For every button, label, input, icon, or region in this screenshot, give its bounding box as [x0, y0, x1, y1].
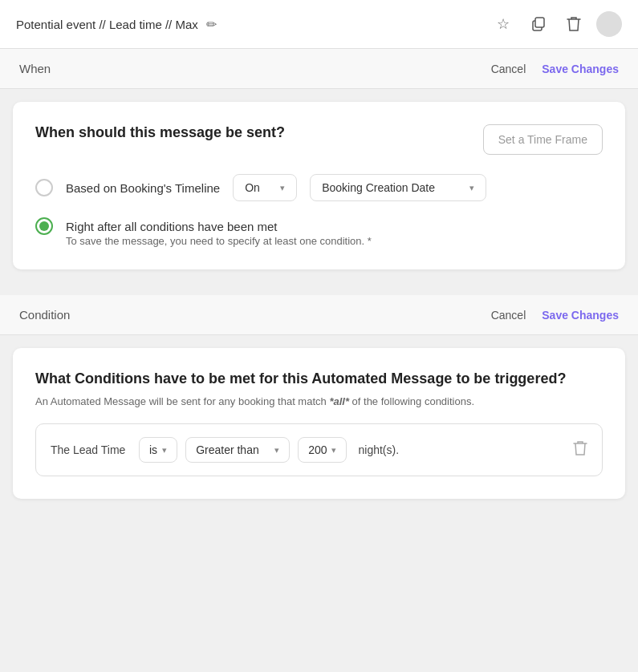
condition-field-label: The Lead Time	[51, 443, 131, 456]
condition-actions: Cancel Save Changes	[491, 309, 619, 322]
value-dropdown[interactable]: 200 ▾	[298, 437, 347, 463]
condition-row: The Lead Time is ▾ Greater than ▾ 200 ▾ …	[35, 423, 603, 476]
top-bar-icons: ☆	[490, 11, 622, 37]
nights-label: night(s).	[358, 443, 399, 456]
condition-value: 200	[308, 443, 327, 456]
when-save-button[interactable]: Save Changes	[542, 63, 619, 75]
condition-subtitle-bold: *all*	[329, 395, 349, 407]
star-icon[interactable]: ☆	[490, 11, 516, 37]
greater-than-dropdown[interactable]: Greater than ▾	[185, 437, 290, 463]
on-dropdown-chevron: ▾	[280, 183, 285, 193]
when-cancel-button[interactable]: Cancel	[491, 63, 526, 75]
option2-radio[interactable]	[35, 217, 53, 235]
option2-row: Right after all conditions have been met	[35, 217, 603, 235]
when-card: When should this message be sent? Set a …	[13, 102, 625, 269]
edit-icon[interactable]: ✏	[206, 17, 217, 32]
condition-subtitle: An Automated Message will be sent for an…	[35, 395, 603, 407]
set-timeframe-button[interactable]: Set a Time Frame	[483, 124, 603, 155]
is-value: is	[149, 443, 157, 456]
condition-save-button[interactable]: Save Changes	[542, 309, 619, 322]
condition-card: What Conditions have to be met for this …	[13, 348, 625, 499]
value-chevron: ▾	[331, 445, 336, 455]
when-section-bar: When Cancel Save Changes	[0, 49, 638, 89]
warning-text: To save the message, you need to specify…	[66, 235, 603, 247]
condition-card-title: What Conditions have to be met for this …	[35, 370, 603, 387]
condition-subtitle-suffix: of the following conditions.	[349, 395, 474, 407]
option2-label: Right after all conditions have been met	[66, 220, 278, 233]
greater-than-chevron: ▾	[274, 445, 279, 455]
svg-rect-1	[535, 18, 544, 27]
trash-icon[interactable]	[561, 11, 587, 37]
option1-label: Based on Booking's Timeline	[66, 181, 220, 195]
option1-row: Based on Booking's Timeline On ▾ Booking…	[35, 174, 603, 201]
booking-date-value: Booking Creation Date	[322, 181, 435, 194]
condition-label: Condition	[19, 308, 70, 322]
booking-creation-date-dropdown[interactable]: Booking Creation Date ▾	[310, 174, 486, 201]
booking-date-chevron: ▾	[469, 183, 474, 193]
when-card-title: When should this message be sent?	[35, 124, 285, 141]
greater-than-value: Greater than	[196, 443, 259, 456]
delete-condition-icon[interactable]	[573, 440, 587, 460]
when-actions: Cancel Save Changes	[491, 63, 619, 75]
section-divider	[0, 282, 638, 295]
avatar	[596, 11, 622, 37]
on-dropdown[interactable]: On ▾	[233, 174, 297, 201]
condition-section-bar: Condition Cancel Save Changes	[0, 295, 638, 335]
condition-cancel-button[interactable]: Cancel	[491, 309, 526, 322]
breadcrumb: Potential event // Lead time // Max ✏	[16, 17, 217, 32]
when-label: When	[19, 62, 51, 75]
is-chevron: ▾	[162, 445, 167, 455]
option1-radio[interactable]	[35, 179, 53, 196]
is-dropdown[interactable]: is ▾	[139, 437, 177, 463]
condition-subtitle-prefix: An Automated Message will be sent for an…	[35, 395, 329, 407]
on-dropdown-value: On	[245, 181, 260, 194]
page-title: Potential event // Lead time // Max	[16, 18, 198, 31]
radio-inner	[39, 221, 49, 231]
top-bar: Potential event // Lead time // Max ✏ ☆	[0, 0, 638, 49]
copy-icon[interactable]	[526, 11, 551, 37]
